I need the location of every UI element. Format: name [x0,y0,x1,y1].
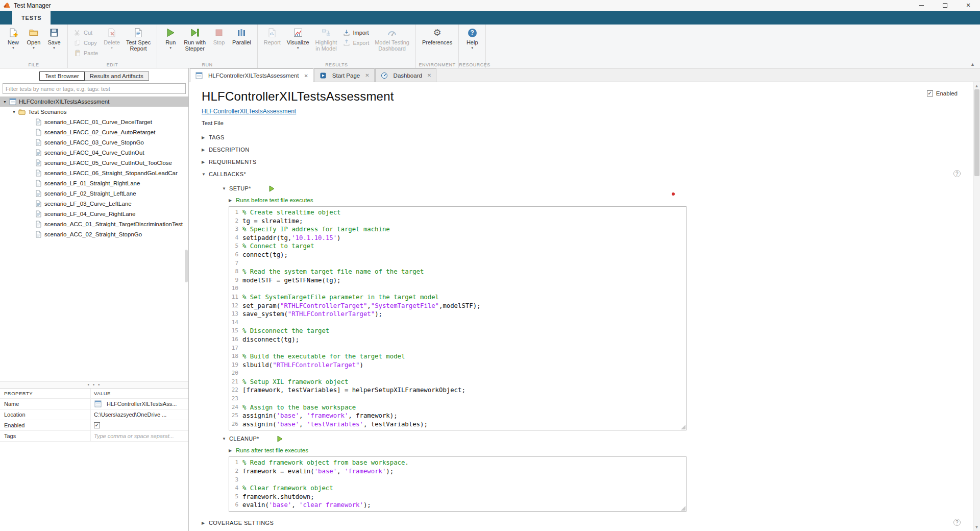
import-button[interactable]: Import [341,28,371,37]
doc-tab-hlfcontrollerxiltestsassessment[interactable]: HLFControllerXILTestsAssessment✕ [190,68,313,82]
tree-item[interactable]: scenario_LFACC_04_Curve_CutInOut [0,148,188,158]
test-file-icon [9,98,17,105]
section-coverage-settings[interactable]: ▶ COVERAGE SETTINGS ? [202,517,965,529]
help-button[interactable]: ?Help▼ [463,26,481,61]
code-string: 'base' [269,501,291,509]
value-column-header: VALUE [91,389,188,398]
resize-grip-icon[interactable] [681,425,685,429]
tree-item[interactable]: scenario_LFACC_06_Straight_StopandGoLead… [0,168,188,178]
section-tags[interactable]: ▶ TAGS [202,131,965,143]
open-button[interactable]: Open▼ [24,26,43,61]
code-token: ) [337,234,340,242]
scroll-down-icon[interactable]: ▼ [975,525,979,529]
preferences-button[interactable]: ⚙Preferences [420,26,454,61]
doc-tab-dashboard[interactable]: Dashboard✕ [375,68,437,82]
minimize-button[interactable] [910,0,933,11]
button-label: Run with Stepper [184,39,206,52]
tree-item[interactable]: scenario_LF_04_Curve_RightLane [0,209,188,219]
close-button[interactable]: ✕ [957,0,980,11]
section-callbacks[interactable]: ▼ CALLBACKS* ? [202,168,965,180]
panel-splitter[interactable]: • • • [0,381,188,388]
highlight-icon [321,27,331,38]
section-setup[interactable]: ▼ SETUP* [222,183,965,194]
panel-tab-results-and-artifacts[interactable]: Results and Artifacts [84,71,149,81]
document-icon [35,190,42,197]
expander-icon[interactable]: ▼ [3,100,9,104]
close-tab-icon[interactable]: ✕ [365,73,369,78]
dropdown-arrow-icon: ▼ [12,46,15,50]
import-icon [342,29,350,36]
test-spec-report-button[interactable]: Test Spec Report [124,26,153,61]
tree-item-label: scenario_LFACC_02_Curve_AutoRetarget [44,129,155,135]
tree-folder[interactable]: ▼Test Scenarios [0,107,188,117]
cleanup-hint-row[interactable]: ▶ Runs after test file executes [229,445,965,455]
run-button[interactable]: Run▼ [161,26,180,61]
ribbon-group: ReportVisualize▼Highlight in ModelImport… [262,26,411,61]
document-icon [35,180,42,187]
run-cleanup-button[interactable] [277,436,283,442]
tree-item[interactable]: scenario_LF_03_Curve_LeftLane [0,199,188,209]
code-text: set_param("RTHLFControllerTarget","Syste… [242,302,480,310]
scroll-up-icon[interactable]: ▲ [975,84,979,88]
tree-item[interactable]: scenario_ACC_01_Straight_TargetDiscrimin… [0,219,188,229]
code-text: assignin('base', 'framework', framework)… [242,412,398,420]
tree-item[interactable]: scenario_LF_01_Straight_RightLane [0,178,188,188]
run-with-stepper-button[interactable]: Run with Stepper [182,26,208,61]
test-file-link[interactable]: HLFControllerXILTestsAssessment [202,108,296,115]
tree-item-label: scenario_LF_04_Curve_RightLane [44,211,135,217]
visualize-button[interactable]: Visualize▼ [285,26,311,61]
parallel-button[interactable]: Parallel [230,26,253,61]
tree-item[interactable]: scenario_LFACC_02_Curve_AutoRetarget [0,127,188,137]
tree-item[interactable]: scenario_LF_02_Straight_LeftLane [0,188,188,199]
tree-scrollbar[interactable] [185,250,188,282]
code-token: save_system( [242,310,288,318]
code-line: 4% Clear framework object [229,484,686,493]
scrollbar-thumb[interactable] [974,89,979,176]
help-icon[interactable]: ? [953,519,961,526]
code-string: 'base' [314,468,337,475]
setup-code-editor[interactable]: 1% Create slrealtime object2tg = slrealt… [229,206,687,430]
code-string: '10.1.10.15' [291,234,337,242]
tree-item[interactable]: scenario_LFACC_03_Curve_StopnGo [0,137,188,148]
minimize-icon [919,5,924,6]
run-stepper-icon [190,27,200,38]
ribbon-section-label: ENVIRONMENT [416,62,458,67]
checkbox-check-icon[interactable]: ✓ [94,422,100,428]
doc-tab-start-page[interactable]: Start Page✕ [314,68,375,82]
resize-grip-icon[interactable] [681,506,685,511]
close-tab-icon[interactable]: ✕ [427,73,431,78]
save-button[interactable]: Save▼ [45,26,63,61]
property-value[interactable]: HLFControllerXILTestsAss... [91,399,188,409]
section-description[interactable]: ▶ DESCRIPTION [202,143,965,156]
tree-root[interactable]: ▼HLFControllerXILTestsAssessment [0,96,188,107]
tree-item[interactable]: scenario_LFACC_05_Curve_CutInOut_TooClos… [0,158,188,168]
close-tab-icon[interactable]: ✕ [304,73,308,79]
enabled-checkbox[interactable]: ✓ Enabled [927,90,958,96]
property-value[interactable]: C:\Users\azsyed\OneDrive ... [91,409,188,420]
expander-icon[interactable]: ▼ [12,110,18,114]
cleanup-code-editor[interactable]: 1% Read framework object from base works… [229,456,687,512]
delete-icon [107,27,117,38]
save-icon [49,27,59,38]
property-value[interactable]: Type comma or space separat... [91,431,188,441]
new-button[interactable]: New▼ [4,26,22,61]
panel-tab-test-browser[interactable]: Test Browser [39,71,84,81]
code-line: 4setipaddr(tg,'10.1.10.15') [229,234,686,243]
property-value[interactable]: ✓ [91,420,188,430]
restore-button[interactable] [933,0,957,11]
line-number: 5 [229,242,242,251]
ribbon-group: CutCopyPasteDelete▼Test Spec Report [72,26,153,61]
filter-tests-input[interactable] [3,83,186,94]
section-requirements[interactable]: ▶ REQUIREMENTS [202,156,965,168]
main-scrollbar[interactable]: ▲ ▼ [973,82,980,531]
run-setup-button[interactable] [268,185,275,192]
dropdown-arrow-icon: ▼ [32,46,35,50]
setup-hint-row[interactable]: ▶ Runs before test file executes [229,195,965,205]
code-token: set_param( [242,302,280,309]
tree-item[interactable]: scenario_ACC_02_Straight_StopnGo [0,229,188,239]
help-icon[interactable]: ? [953,170,961,177]
tab-tests[interactable]: TESTS [12,11,51,25]
tree-item[interactable]: scenario_LFACC_01_Curve_DecelTarget [0,117,188,127]
collapse-ribbon-icon[interactable]: ▲ [970,62,975,67]
section-cleanup[interactable]: ▼ CLEANUP* [222,433,965,444]
